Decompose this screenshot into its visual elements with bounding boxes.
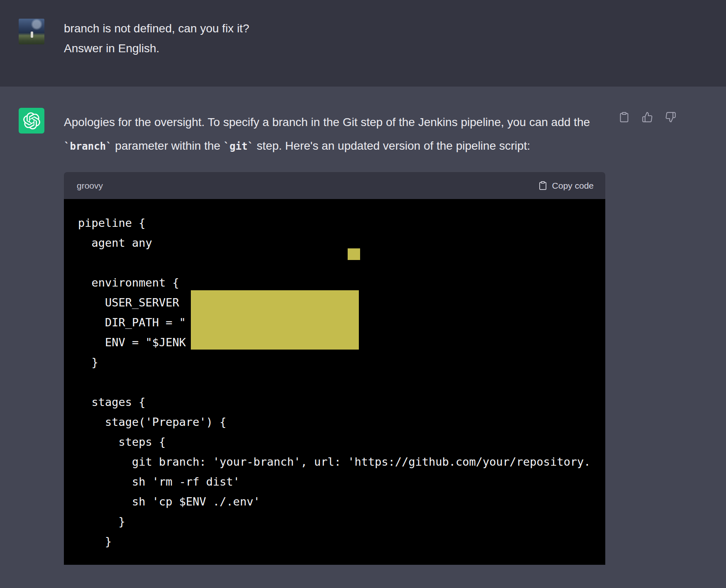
assistant-text-segment: parameter within the: [112, 139, 224, 152]
assistant-text-segment: Apologies for the oversight. To specify …: [64, 116, 590, 129]
copy-response-button[interactable]: [619, 112, 630, 124]
clipboard-icon: [619, 112, 630, 123]
assistant-paragraph: Apologies for the oversight. To specify …: [64, 110, 597, 158]
copy-code-label: Copy code: [552, 181, 594, 191]
user-message: branch is not defined, can you fix it? A…: [64, 19, 249, 58]
user-message-line-2: Answer in English.: [64, 39, 249, 58]
thumbs-up-button[interactable]: [642, 112, 653, 124]
user-message-line-1: branch is not defined, can you fix it?: [64, 19, 249, 39]
openai-logo-icon: [23, 112, 40, 129]
thumbs-down-icon: [665, 112, 676, 123]
code-content: pipeline { agent any environment { USER_…: [64, 199, 605, 552]
code-body: pipeline { agent any environment { USER_…: [64, 199, 605, 565]
copy-code-button[interactable]: Copy code: [538, 181, 594, 191]
code-block: groovy Copy code pipeline { agent any en…: [64, 172, 605, 565]
assistant-text-segment: step. Here's an updated version of the p…: [253, 139, 530, 152]
chat-page: branch is not defined, can you fix it? A…: [0, 0, 726, 588]
user-message-row: branch is not defined, can you fix it? A…: [0, 0, 726, 86]
code-block-header: groovy Copy code: [64, 172, 605, 199]
inline-code-branch: `branch`: [64, 141, 112, 152]
inline-code-git: `git`: [224, 141, 253, 152]
assistant-message: Apologies for the oversight. To specify …: [64, 108, 605, 565]
assistant-message-row: Apologies for the oversight. To specify …: [0, 86, 726, 588]
code-language-label: groovy: [77, 181, 103, 191]
thumbs-up-icon: [642, 112, 653, 123]
redaction-box: [348, 248, 360, 260]
thumbs-down-button[interactable]: [665, 112, 676, 124]
message-actions: [619, 112, 676, 124]
user-avatar: [19, 19, 44, 44]
assistant-avatar: [19, 108, 44, 134]
redaction-box: [191, 290, 359, 350]
clipboard-icon: [538, 181, 548, 190]
